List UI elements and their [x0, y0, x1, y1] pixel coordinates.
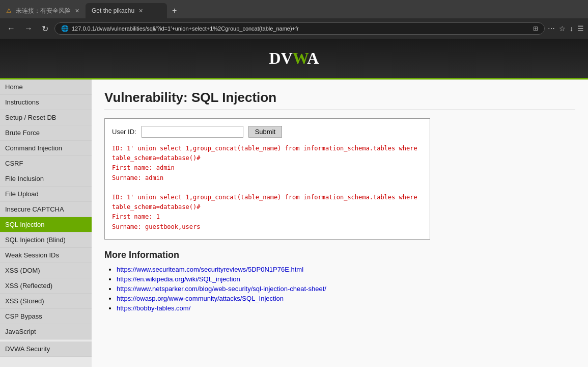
sidebar-item-csrf[interactable]: CSRF	[0, 156, 92, 171]
result-1-surname: Surname: admin	[112, 173, 423, 183]
content-area: Vulnerability: SQL Injection User ID: Su…	[92, 80, 588, 367]
list-item: https://owasp.org/www-community/attacks/…	[117, 295, 575, 302]
forward-button[interactable]: →	[21, 23, 36, 34]
result-block-1: ID: 1' union select 1,group_concat(table…	[112, 144, 423, 232]
more-info-title: More Information	[104, 250, 575, 260]
result-2-surname: Surname: guestbook,users	[112, 222, 423, 232]
address-bar[interactable]: 🌐 127.0.0.1/dvwa/vulnerabilities/sqli/?i…	[54, 22, 545, 35]
new-tab-button[interactable]: +	[167, 6, 182, 15]
result-1-id: ID: 1' union select 1,group_concat(table…	[112, 144, 423, 163]
sidebar-item-sql-injection[interactable]: SQL Injection	[0, 217, 92, 232]
sidebar-item-sql-injection-blind[interactable]: SQL Injection (Blind)	[0, 232, 92, 248]
link-3[interactable]: https://www.netsparker.com/blog/web-secu…	[117, 285, 326, 293]
bookmark-icon[interactable]: ☆	[559, 24, 566, 33]
download-icon[interactable]: ↓	[570, 24, 573, 33]
sidebar-item-file-upload[interactable]: File Upload	[0, 187, 92, 202]
result-2-id: ID: 1' union select 1,group_concat(table…	[112, 193, 423, 212]
link-1[interactable]: https://www.securiteam.com/securityrevie…	[117, 266, 303, 273]
page-wrapper: DVWA Home Instructions Setup / Reset DB …	[0, 39, 588, 367]
tab-bar: ⚠ 未连接：有安全风险 ✕ Get the pikachu ✕ +	[0, 0, 588, 18]
extensions-icon[interactable]: ⋯	[548, 24, 555, 33]
tab-warning-icon: ⚠	[6, 7, 12, 14]
sidebar-item-file-inclusion[interactable]: File Inclusion	[0, 171, 92, 187]
tab-1[interactable]: ⚠ 未连接：有安全风险 ✕	[0, 3, 86, 18]
dvwa-header: DVWA	[0, 39, 588, 80]
lock-icon: 🌐	[61, 25, 69, 32]
submit-button[interactable]: Submit	[248, 126, 282, 138]
nav-bar: ← → ↻ 🌐 127.0.0.1/dvwa/vulnerabilities/s…	[0, 18, 588, 39]
link-2[interactable]: https://en.wikipedia.org/wiki/SQL_inject…	[117, 275, 240, 283]
result-1-firstname: First name: admin	[112, 163, 423, 173]
dvwa-logo: DVWA	[269, 49, 319, 68]
tab-2[interactable]: Get the pikachu ✕	[86, 3, 167, 18]
list-item: https://en.wikipedia.org/wiki/SQL_inject…	[117, 275, 575, 283]
address-text: 127.0.0.1/dvwa/vulnerabilities/sqli/?id=…	[72, 25, 530, 32]
page-title: Vulnerability: SQL Injection	[104, 90, 575, 110]
sidebar-item-insecure-captcha[interactable]: Insecure CAPTCHA	[0, 202, 92, 217]
sidebar-item-command-injection[interactable]: Command Injection	[0, 141, 92, 156]
sidebar: Home Instructions Setup / Reset DB Brute…	[0, 80, 92, 367]
back-button[interactable]: ←	[4, 23, 18, 34]
menu-icon[interactable]: ☰	[577, 24, 584, 33]
sidebar-item-csp-bypass[interactable]: CSP Bypass	[0, 309, 92, 324]
result-2-firstname: First name: 1	[112, 212, 423, 222]
sidebar-item-xss-stored[interactable]: XSS (Stored)	[0, 294, 92, 309]
link-5[interactable]: https://bobby-tables.com/	[117, 304, 190, 312]
sidebar-item-brute-force[interactable]: Brute Force	[0, 125, 92, 141]
list-item: https://bobby-tables.com/	[117, 304, 575, 312]
sidebar-item-home[interactable]: Home	[0, 80, 92, 95]
sidebar-item-dvwa-security[interactable]: DVWA Security	[0, 342, 92, 357]
sidebar-item-instructions[interactable]: Instructions	[0, 95, 92, 110]
form-row: User ID: Submit	[112, 126, 423, 138]
main-layout: Home Instructions Setup / Reset DB Brute…	[0, 80, 588, 367]
refresh-button[interactable]: ↻	[39, 23, 51, 35]
form-box: User ID: Submit ID: 1' union select 1,gr…	[104, 118, 430, 240]
user-id-label: User ID:	[112, 128, 136, 136]
nav-icons: ⋯ ☆ ↓ ☰	[548, 24, 584, 33]
list-item: https://www.netsparker.com/blog/web-secu…	[117, 285, 575, 293]
sidebar-item-setup[interactable]: Setup / Reset DB	[0, 110, 92, 125]
user-id-input[interactable]	[142, 126, 243, 138]
sidebar-item-xss-reflected[interactable]: XSS (Reflected)	[0, 278, 92, 294]
tab-1-label: 未连接：有安全风险	[16, 7, 71, 15]
tab-2-close[interactable]: ✕	[138, 8, 143, 14]
tab-1-close[interactable]: ✕	[75, 8, 79, 14]
sidebar-item-javascript[interactable]: JavaScript	[0, 324, 92, 339]
sidebar-item-xss-dom[interactable]: XSS (DOM)	[0, 263, 92, 278]
tab-2-label: Get the pikachu	[92, 7, 134, 14]
list-item: https://www.securiteam.com/securityrevie…	[117, 266, 575, 273]
sidebar-item-weak-session-ids[interactable]: Weak Session IDs	[0, 248, 92, 263]
browser-chrome: ⚠ 未连接：有安全风险 ✕ Get the pikachu ✕ + ← → ↻ …	[0, 0, 588, 39]
links-list: https://www.securiteam.com/securityrevie…	[104, 266, 575, 312]
reader-icon: ⊞	[533, 25, 538, 32]
link-4[interactable]: https://owasp.org/www-community/attacks/…	[117, 295, 284, 302]
